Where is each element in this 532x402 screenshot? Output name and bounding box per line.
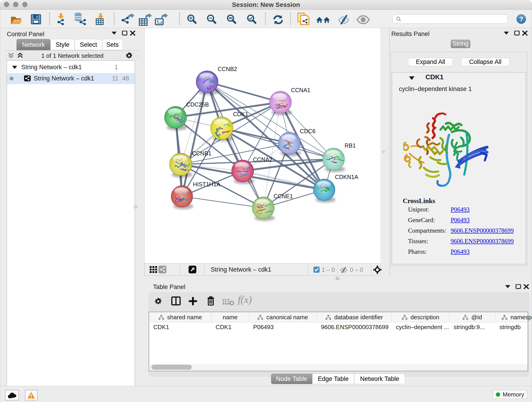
svg-text:CCNA2: CCNA2 <box>253 156 272 163</box>
svg-text:CCNE1: CCNE1 <box>273 193 293 199</box>
svg-text:RB1: RB1 <box>345 142 356 149</box>
svg-text:CDC25B: CDC25B <box>186 101 209 108</box>
svg-text:CDKN1A: CDKN1A <box>335 174 358 180</box>
svg-text:CCNB2: CCNB2 <box>218 66 237 72</box>
svg-text:CDK1: CDK1 <box>233 111 248 117</box>
svg-text:CCNA1: CCNA1 <box>291 87 310 93</box>
svg-text:CDC6: CDC6 <box>300 128 316 134</box>
svg-text:HIST1H1A: HIST1H1A <box>193 181 220 187</box>
svg-text:CCNB1: CCNB1 <box>192 150 211 157</box>
